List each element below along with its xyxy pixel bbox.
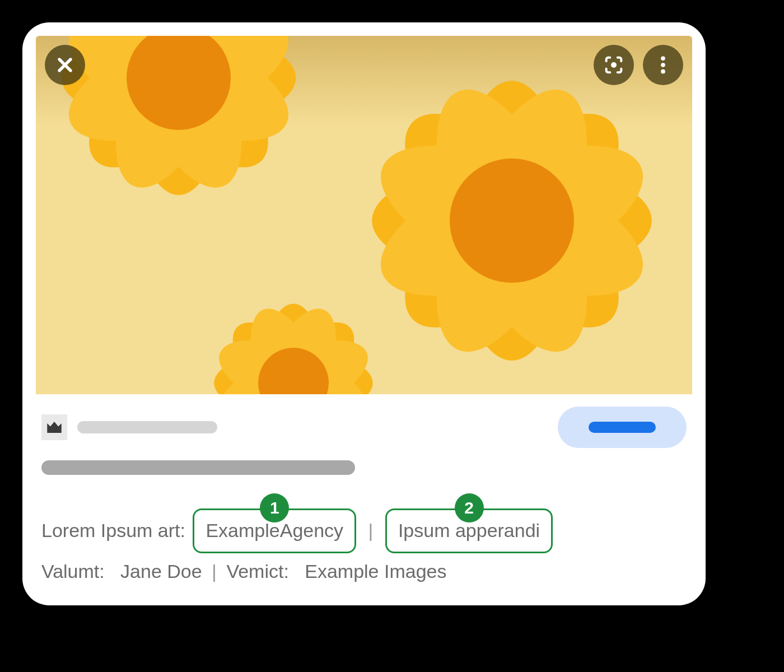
credit-label-vemict: Vemict: <box>226 561 288 582</box>
callout-2: 2 Ipsum apperandi <box>385 508 553 553</box>
meta-section <box>22 394 706 475</box>
credit-prefix: Lorem Ipsum art: <box>41 520 185 541</box>
close-button[interactable] <box>45 45 85 85</box>
svg-point-10 <box>611 62 617 68</box>
credit-value-valumt: Jane Doe <box>120 561 202 582</box>
callout-2-text: Ipsum apperandi <box>398 520 540 541</box>
credit-label-valumt: Valumt: <box>41 561 105 582</box>
callout-1-text: ExampleAgency <box>206 520 343 541</box>
more-button[interactable] <box>643 45 683 85</box>
title-placeholder <box>41 460 355 475</box>
action-pill-label <box>589 422 656 433</box>
licensable-badge <box>41 414 67 440</box>
separator: | <box>368 520 374 541</box>
credit-line-2: Valumt: Jane Doe | Vemict: Example Image… <box>41 553 687 589</box>
callout-2-number: 2 <box>455 493 484 522</box>
credit-line-1: Lorem Ipsum art: 1 ExampleAgency | 2 Ips… <box>41 508 687 553</box>
more-vertical-icon <box>652 54 674 76</box>
flower-illustration <box>36 36 692 394</box>
crown-icon <box>45 418 64 437</box>
svg-point-13 <box>661 69 665 74</box>
image-credits: Lorem Ipsum art: 1 ExampleAgency | 2 Ips… <box>22 475 706 589</box>
callout-1-number: 1 <box>260 493 289 522</box>
lens-icon <box>603 54 625 76</box>
action-pill[interactable] <box>558 407 687 448</box>
credit-value-vemict: Example Images <box>305 561 446 582</box>
hero-image <box>36 36 692 394</box>
close-icon <box>54 54 76 76</box>
separator: | <box>212 561 217 582</box>
svg-point-11 <box>661 57 665 61</box>
lens-button[interactable] <box>594 45 634 85</box>
callout-1: 1 ExampleAgency <box>193 508 356 553</box>
image-viewer-card: Lorem Ipsum art: 1 ExampleAgency | 2 Ips… <box>22 22 706 605</box>
source-placeholder <box>77 421 217 433</box>
svg-point-12 <box>661 63 665 67</box>
